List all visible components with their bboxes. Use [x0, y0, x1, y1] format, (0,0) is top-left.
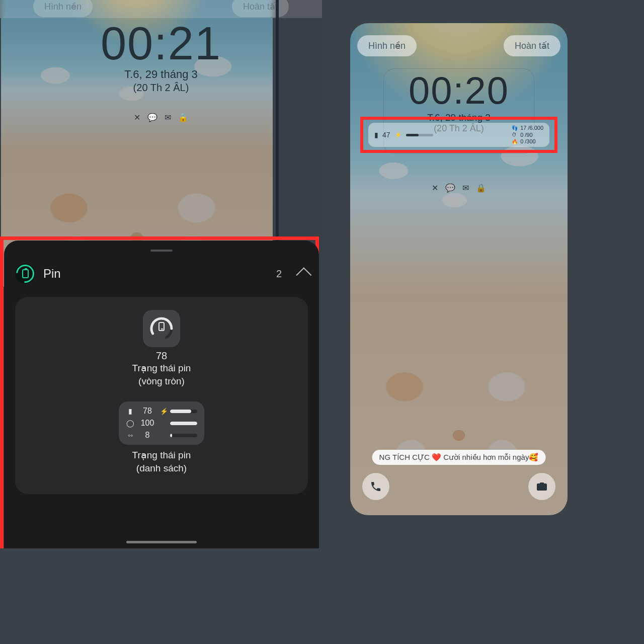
clock-lunar: (20 Th 2 ÂL)	[0, 82, 322, 94]
phone-shortcut[interactable]	[362, 473, 389, 500]
lock-icon: 🔒	[178, 113, 188, 122]
widgets-card: 78 Trạng thái pin (vòng tròn) ▮ 78 ⚡ ◯	[15, 297, 308, 494]
buds-icon: ◦◦	[126, 431, 135, 439]
clock-time-r: 00:20	[350, 68, 568, 112]
chevron-up-icon[interactable]	[296, 267, 311, 283]
circle-label-2: (vòng tròn)	[25, 375, 298, 388]
done-ghost-button: Hoàn tất	[232, 0, 289, 17]
mail-icon: ✉	[462, 183, 469, 193]
notification-icons-left: ✕ 💬 ✉ 🔒	[0, 113, 322, 122]
mail-icon: ✉	[165, 113, 171, 122]
clock-time: 00:21	[0, 17, 322, 70]
sheet-handle[interactable]	[150, 250, 173, 252]
list-tile: ▮ 78 ⚡ ◯ 100 ◦◦ 8	[119, 401, 204, 445]
list-row-watch: ◯ 100	[126, 419, 197, 428]
bar-phone	[170, 410, 197, 413]
sheet-count: 2	[276, 268, 282, 280]
done-button[interactable]: Hoàn tất	[504, 35, 560, 56]
bar-watch	[170, 422, 197, 425]
widget-sheet[interactable]: Pin 2 78 Tr	[4, 240, 319, 548]
bar-buds	[170, 434, 197, 437]
applied-widget-highlight	[360, 117, 557, 153]
notification-icons-right: ✕ 💬 ✉ 🔒	[350, 183, 568, 193]
chat-icon: 💬	[147, 113, 157, 122]
list-value-watch: 100	[139, 419, 156, 428]
gauge-value: 78	[25, 350, 298, 362]
clock-group-left: 00:21 T.6, 29 tháng 3 (20 Th 2 ÂL)	[0, 17, 322, 94]
list-label-2: (danh sách)	[25, 462, 298, 475]
battery-category-icon	[15, 264, 35, 284]
list-row-phone: ▮ 78 ⚡	[126, 407, 197, 416]
camera-icon	[536, 480, 548, 493]
missed-call-icon: ✕	[134, 113, 140, 122]
list-value-buds: 8	[139, 431, 156, 440]
circle-label-1: Trạng thái pin	[25, 362, 298, 375]
widget-option-circle[interactable]: 78 Trạng thái pin (vòng tròn)	[25, 310, 298, 387]
chat-icon: 💬	[445, 183, 455, 193]
missed-call-icon: ✕	[432, 183, 438, 193]
bottom-gutter	[0, 548, 644, 644]
clock-date: T.6, 29 tháng 3	[0, 68, 322, 81]
left-panel: Hình nền Hoàn tất 00:21 T.6, 29 tháng 3 …	[0, 0, 322, 548]
right-panel: Hình nền Hoàn tất 00:20 T.6, 29 tháng 3 …	[322, 0, 644, 548]
list-label-1: Trạng thái pin	[25, 449, 298, 462]
battery-gauge-icon	[149, 316, 174, 341]
gauge-tile	[143, 310, 180, 347]
home-indicator[interactable]	[126, 541, 197, 543]
message-banner: NG TÍCH CỰC ❤️ Cười nhiều hơn mỗi ngày🥰	[372, 450, 546, 465]
beach-deco-r	[350, 230, 568, 515]
list-value-phone: 78	[139, 407, 156, 416]
phone-icon: ▮	[126, 407, 135, 415]
sheet-title: Pin	[43, 267, 268, 281]
sheet-header[interactable]: Pin 2	[15, 264, 308, 284]
watch-icon: ◯	[126, 419, 135, 427]
lockscreen-bg-right: Hình nền Hoàn tất 00:20 T.6, 29 tháng 3 …	[350, 23, 568, 515]
lock-icon: 🔒	[476, 183, 486, 193]
phone-icon	[370, 480, 382, 493]
wallpaper-button[interactable]: Hình nền	[357, 35, 417, 56]
widget-option-list[interactable]: ▮ 78 ⚡ ◯ 100 ◦◦ 8	[25, 401, 298, 474]
bolt-icon: ⚡	[160, 408, 166, 415]
camera-shortcut[interactable]	[528, 473, 555, 500]
phone-mini-icon	[158, 322, 165, 331]
list-row-buds: ◦◦ 8	[126, 431, 197, 440]
wallpaper-ghost-button: Hình nền	[33, 0, 93, 17]
